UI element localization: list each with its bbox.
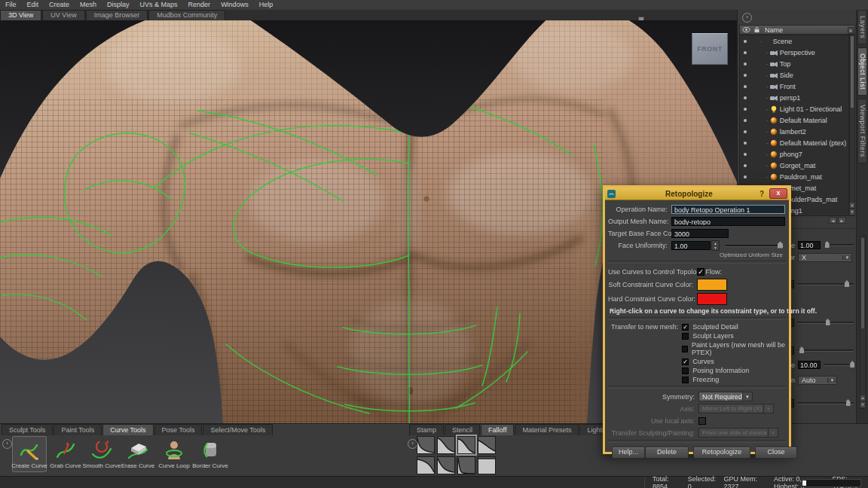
preset-tab-stamp[interactable]: Stamp [409,424,444,435]
dialog-help-icon[interactable]: ? [760,190,764,198]
tree-expander-icon[interactable]: - [766,83,769,90]
view-tab-mudbox-community[interactable]: Mudbox Community [148,10,225,20]
scroll-up-icon[interactable]: ▲ [849,202,855,209]
tree-expander-icon[interactable]: - [766,94,769,101]
object-list-item[interactable]: -lambert2 [740,126,848,137]
falloff-preset-8[interactable] [478,456,496,474]
tree-expander-icon[interactable]: - [766,49,769,56]
visibility-dot-icon[interactable] [740,51,750,54]
menu-item[interactable]: Edit [22,0,44,10]
checkbox[interactable] [682,377,689,383]
hard-constraint-color-swatch[interactable] [697,293,727,305]
object-list-item[interactable]: -Gorget_mat [740,160,848,171]
menu-item[interactable]: UVs & Maps [135,0,183,10]
dialog-titlebar[interactable]: Retopologize ? x [605,188,789,200]
falloff-preset-5[interactable] [417,456,435,474]
visibility-dot-icon[interactable] [740,119,750,122]
checkbox[interactable] [682,333,689,340]
face-count-input[interactable]: 3000 [671,229,729,238]
visibility-dot-icon[interactable] [740,153,750,156]
object-list-item[interactable]: -Default Material (ptex) [740,137,848,148]
tray-tab-pose-tools[interactable]: Pose Tools [154,424,203,435]
checkbox[interactable]: ✓ [682,324,689,331]
tray-tab-sculpt-tools[interactable]: Sculpt Tools [2,424,53,435]
transfer-option[interactable]: Paint Layers (new mesh will be PTEX) [682,341,786,356]
visibility-dot-icon[interactable] [740,142,750,145]
spinner-stepper[interactable]: ▲▼ [711,240,720,251]
scroll-down-icon[interactable]: ▼ [860,401,866,408]
scroll-up-icon[interactable]: ▲ [860,395,866,401]
use-curves-checkbox[interactable]: ✓ [697,268,704,276]
side-tab-object-list[interactable]: Object List [857,47,867,96]
scroll-left-icon[interactable]: ◀ [829,217,837,224]
tool-smooth-curve[interactable]: Smooth Curve [84,436,119,472]
transfer-option[interactable]: ✓Curves [682,358,786,365]
name-column-header[interactable]: Name [765,26,783,34]
tree-expander-icon[interactable]: - [766,139,769,146]
tree-expander-icon[interactable]: - [766,128,769,135]
transfer-option[interactable]: Sculpt Layers [682,332,786,340]
object-list-item[interactable]: -Perspective [740,47,848,58]
tree-expander-icon[interactable]: - [766,105,769,112]
preset-tab-material-presets[interactable]: Material Presets [515,424,579,435]
checkbox[interactable] [682,368,689,374]
transfer-option[interactable]: Posing Information [682,367,786,374]
output-mesh-input[interactable]: body-retopo [671,217,785,226]
operation-name-input[interactable]: body Retopo Operation 1 [671,205,785,214]
distance-field[interactable]: 10.00 [798,361,821,369]
object-list-item[interactable]: -Side [740,69,848,81]
close-button[interactable]: Close [755,447,797,459]
direction-dropdown[interactable]: Auto▼ [798,376,837,385]
menu-item[interactable]: Mesh [75,0,102,10]
strength-slider[interactable] [797,283,854,285]
falloff-preset-1[interactable] [417,436,435,454]
tree-expander-icon[interactable]: - [766,173,769,180]
object-list-item[interactable]: -Scene [740,35,848,47]
object-list-item[interactable]: -Front [740,81,848,92]
menu-item[interactable]: File [0,0,22,10]
visibility-dot-icon[interactable] [740,108,750,111]
visibility-dot-icon[interactable] [740,85,750,88]
falloff-preset-2[interactable] [437,436,455,454]
checkbox[interactable] [682,346,688,352]
menu-item[interactable]: Create [44,0,75,10]
slider[interactable] [797,402,854,404]
size-slider[interactable] [824,244,854,246]
face-uniformity-input[interactable]: 1.00 [671,241,711,250]
object-list-item[interactable]: -Top [740,58,848,69]
menu-item[interactable]: Help [254,0,279,10]
transfer-sculpting-dropdown[interactable]: From one side of source▼ [698,428,778,438]
scroll-right-icon[interactable]: ▶ [838,217,846,224]
transfer-option[interactable]: Freezing [682,376,786,383]
falloff-preset-3[interactable] [457,436,475,454]
view-tab-uv-view[interactable]: UV View [42,10,84,20]
object-list-item[interactable]: -phong7 [740,148,848,160]
delete-button[interactable]: Delete [645,447,689,459]
preset-tab-falloff[interactable]: Falloff [481,424,514,435]
object-list-item[interactable]: -Pauldron_mat [740,171,848,182]
tray-tab-paint-tools[interactable]: Paint Tools [53,424,102,435]
falloff-preset-7[interactable] [457,456,475,474]
side-tab-viewport-filters[interactable]: Viewport Filters [857,99,867,163]
menu-item[interactable]: Display [102,0,135,10]
tray-tab-select-move-tools[interactable]: Select/Move Tools [203,424,273,435]
panel-scrollbar[interactable]: ▲ ▼ [860,236,866,409]
visibility-dot-icon[interactable] [740,74,750,77]
slider[interactable] [797,322,854,324]
tree-expander-icon[interactable]: - [766,162,769,169]
object-list-scrollbar[interactable]: ▲ ▼ [849,35,855,216]
help-button[interactable]: Help... [612,447,645,459]
view-tab-image-browser[interactable]: Image Browser [86,10,148,20]
object-list-item[interactable]: -persp1 [740,92,848,103]
face-uniformity-slider[interactable] [726,245,783,247]
object-list-item[interactable]: -Light 01 - Directional [740,103,848,114]
falloff-preset-6[interactable] [437,456,455,474]
scrollbar-thumb[interactable] [851,36,854,108]
side-tab-layers[interactable]: Layers [857,10,867,44]
tool-border-curve[interactable]: Border Curve [193,436,228,472]
menu-item[interactable]: Windows [215,0,254,10]
object-list-item[interactable]: -Default Material [740,114,848,126]
falloff-preset-4[interactable] [478,436,496,454]
soft-constraint-color-swatch[interactable] [697,279,727,291]
tool-grab-curve[interactable]: Grab Curve [48,436,83,472]
